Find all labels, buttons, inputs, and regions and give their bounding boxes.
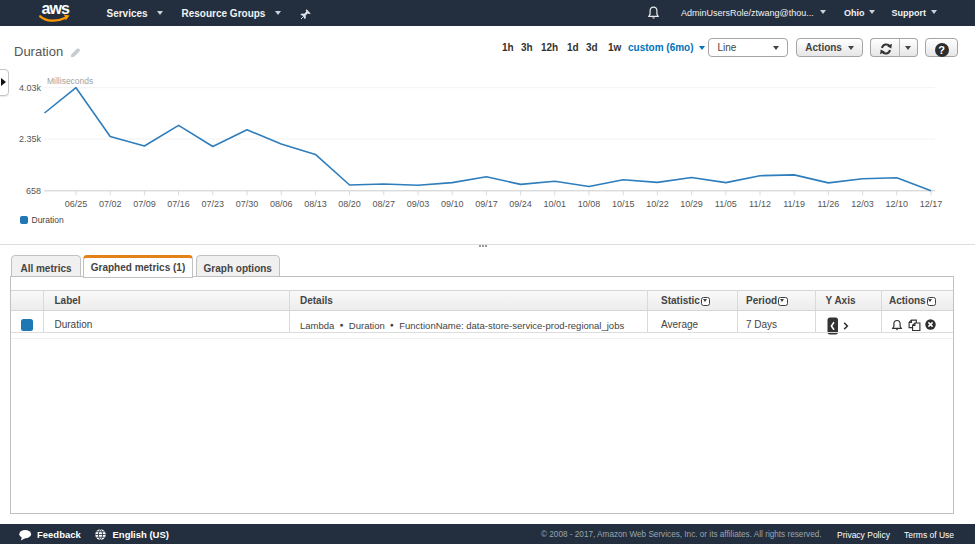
svg-text:08/06: 08/06 xyxy=(270,199,293,209)
svg-text:11/12: 11/12 xyxy=(749,199,771,209)
svg-text:2.35k: 2.35k xyxy=(19,134,42,144)
svg-text:10/29: 10/29 xyxy=(680,199,703,209)
svg-text:10/15: 10/15 xyxy=(612,199,635,209)
svg-text:07/02: 07/02 xyxy=(99,199,122,209)
svg-text:07/16: 07/16 xyxy=(167,199,190,209)
svg-text:aws: aws xyxy=(41,0,70,17)
svg-text:07/23: 07/23 xyxy=(202,199,225,209)
svg-text:11/26: 11/26 xyxy=(817,199,839,209)
svg-text:06/25: 06/25 xyxy=(65,199,88,209)
svg-text:658: 658 xyxy=(26,186,41,196)
svg-text:12/03: 12/03 xyxy=(851,199,874,209)
svg-text:Milliseconds: Milliseconds xyxy=(47,76,93,86)
svg-text:11/05: 11/05 xyxy=(715,199,737,209)
svg-text:08/20: 08/20 xyxy=(338,199,361,209)
svg-text:07/30: 07/30 xyxy=(236,199,259,209)
svg-text:09/24: 09/24 xyxy=(509,199,532,209)
svg-text:10/01: 10/01 xyxy=(544,199,567,209)
svg-text:08/13: 08/13 xyxy=(304,199,327,209)
svg-text:11/19: 11/19 xyxy=(783,199,805,209)
svg-text:12/10: 12/10 xyxy=(886,199,909,209)
svg-text:10/22: 10/22 xyxy=(646,199,669,209)
svg-text:12/17: 12/17 xyxy=(920,199,943,209)
svg-text:09/03: 09/03 xyxy=(407,199,430,209)
svg-text:09/17: 09/17 xyxy=(475,199,498,209)
svg-text:08/27: 08/27 xyxy=(373,199,396,209)
svg-text:07/09: 07/09 xyxy=(133,199,156,209)
svg-text:4.03k: 4.03k xyxy=(19,83,42,93)
svg-text:09/10: 09/10 xyxy=(441,199,464,209)
svg-text:10/08: 10/08 xyxy=(578,199,601,209)
